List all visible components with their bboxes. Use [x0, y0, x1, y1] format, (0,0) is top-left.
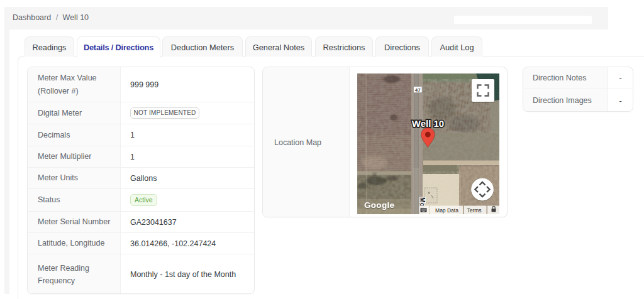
svg-text:Terms: Terms [467, 207, 481, 214]
svg-text:Google: Google [364, 200, 394, 210]
svg-text:Well 10: Well 10 [412, 118, 444, 129]
svg-text:47: 47 [415, 87, 421, 93]
svg-text:Map Data: Map Data [435, 207, 458, 214]
